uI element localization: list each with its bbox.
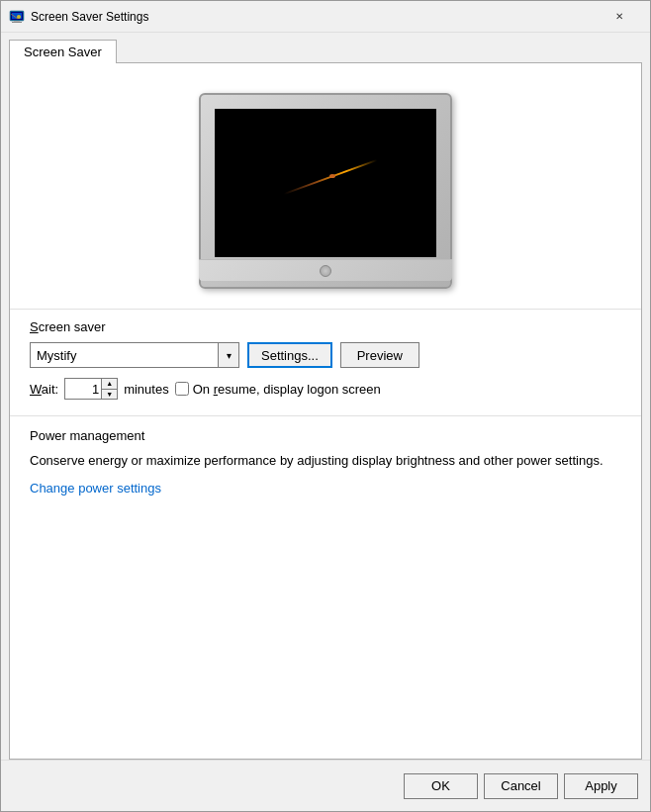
logon-label: On resume, display logon screen (193, 382, 381, 397)
wait-spinner: ▲ ▼ (64, 378, 118, 400)
cancel-button[interactable]: Cancel (484, 773, 558, 799)
monitor-power-button (320, 265, 331, 277)
monitor-screen (215, 109, 436, 257)
wait-label: Wait: (30, 382, 58, 397)
tab-bar: Screen Saver (1, 33, 650, 62)
window-title: Screen Saver Settings (31, 10, 597, 24)
power-title: Power management (30, 428, 621, 443)
spinner-buttons: ▲ ▼ (101, 379, 117, 399)
window-icon (9, 9, 25, 25)
preview-section (10, 63, 641, 309)
monitor-base (199, 259, 452, 281)
wait-row: Wait: ▲ ▼ minutes On resume, display log… (30, 378, 621, 400)
preview-button[interactable]: Preview (340, 342, 419, 368)
screen-saver-dropdown[interactable]: (None) 3D Text Blank Bubbles Mystify Pho… (30, 342, 218, 368)
mystify-animation-dot (329, 174, 335, 178)
settings-button[interactable]: Settings... (247, 342, 332, 368)
screen-saver-label: Screen saver (30, 319, 621, 334)
wait-input[interactable] (65, 379, 101, 399)
bottom-bar: OK Cancel Apply (1, 760, 650, 811)
screen-saver-row: (None) 3D Text Blank Bubbles Mystify Pho… (30, 342, 621, 368)
close-button[interactable]: ✕ (597, 1, 642, 33)
screen-saver-settings-window: Screen Saver Settings ✕ Screen Saver (0, 0, 651, 812)
ok-button[interactable]: OK (404, 773, 478, 799)
change-power-settings-link[interactable]: Change power settings (30, 481, 161, 496)
content-area: Screen saver (None) 3D Text Blank Bubble… (9, 62, 642, 760)
tab-screen-saver[interactable]: Screen Saver (9, 40, 117, 63)
power-description: Conserve energy or maximize performance … (30, 451, 621, 471)
apply-button[interactable]: Apply (564, 773, 638, 799)
dropdown-arrow-icon[interactable]: ▾ (218, 342, 239, 368)
spinner-down-button[interactable]: ▼ (101, 390, 117, 400)
dropdown-container: (None) 3D Text Blank Bubbles Mystify Pho… (30, 342, 239, 368)
monitor-preview (199, 93, 452, 289)
title-bar: Screen Saver Settings ✕ (1, 1, 650, 33)
logon-checkbox-container: On resume, display logon screen (175, 382, 381, 397)
power-management-section: Power management Conserve energy or maxi… (10, 415, 641, 511)
screen-saver-controls: Screen saver (None) 3D Text Blank Bubble… (10, 309, 641, 415)
screen-saver-label-text: Screen saver (30, 319, 106, 334)
svg-rect-4 (12, 22, 22, 23)
logon-checkbox[interactable] (175, 382, 189, 396)
minutes-label: minutes (124, 382, 169, 397)
spinner-up-button[interactable]: ▲ (101, 379, 117, 390)
